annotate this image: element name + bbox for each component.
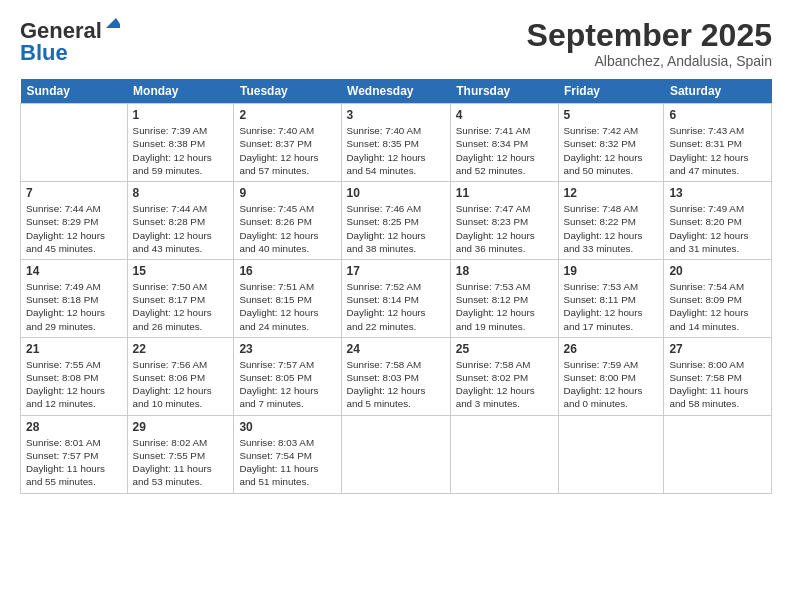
header-saturday: Saturday: [664, 79, 772, 104]
day-number: 21: [26, 342, 122, 356]
calendar-cell: 4Sunrise: 7:41 AM Sunset: 8:34 PM Daylig…: [450, 104, 558, 182]
day-number: 30: [239, 420, 335, 434]
calendar-cell: 3Sunrise: 7:40 AM Sunset: 8:35 PM Daylig…: [341, 104, 450, 182]
header-thursday: Thursday: [450, 79, 558, 104]
calendar-cell: 10Sunrise: 7:46 AM Sunset: 8:25 PM Dayli…: [341, 182, 450, 260]
day-number: 18: [456, 264, 553, 278]
day-info: Sunrise: 7:48 AM Sunset: 8:22 PM Dayligh…: [564, 202, 659, 255]
page-container: General Blue September 2025 Albanchez, A…: [0, 0, 792, 504]
day-info: Sunrise: 8:01 AM Sunset: 7:57 PM Dayligh…: [26, 436, 122, 489]
day-number: 4: [456, 108, 553, 122]
calendar-cell: [558, 415, 664, 493]
day-info: Sunrise: 7:49 AM Sunset: 8:18 PM Dayligh…: [26, 280, 122, 333]
day-number: 20: [669, 264, 766, 278]
calendar-cell: 25Sunrise: 7:58 AM Sunset: 8:02 PM Dayli…: [450, 337, 558, 415]
day-info: Sunrise: 7:55 AM Sunset: 8:08 PM Dayligh…: [26, 358, 122, 411]
day-number: 11: [456, 186, 553, 200]
day-info: Sunrise: 7:59 AM Sunset: 8:00 PM Dayligh…: [564, 358, 659, 411]
calendar-cell: 13Sunrise: 7:49 AM Sunset: 8:20 PM Dayli…: [664, 182, 772, 260]
calendar-cell: 21Sunrise: 7:55 AM Sunset: 8:08 PM Dayli…: [21, 337, 128, 415]
day-number: 25: [456, 342, 553, 356]
week-row-1: 7Sunrise: 7:44 AM Sunset: 8:29 PM Daylig…: [21, 182, 772, 260]
day-info: Sunrise: 8:02 AM Sunset: 7:55 PM Dayligh…: [133, 436, 229, 489]
week-row-2: 14Sunrise: 7:49 AM Sunset: 8:18 PM Dayli…: [21, 259, 772, 337]
day-number: 6: [669, 108, 766, 122]
calendar-cell: 12Sunrise: 7:48 AM Sunset: 8:22 PM Dayli…: [558, 182, 664, 260]
calendar-cell: 26Sunrise: 7:59 AM Sunset: 8:00 PM Dayli…: [558, 337, 664, 415]
day-info: Sunrise: 7:50 AM Sunset: 8:17 PM Dayligh…: [133, 280, 229, 333]
calendar-cell: 28Sunrise: 8:01 AM Sunset: 7:57 PM Dayli…: [21, 415, 128, 493]
day-info: Sunrise: 7:45 AM Sunset: 8:26 PM Dayligh…: [239, 202, 335, 255]
calendar-cell: 30Sunrise: 8:03 AM Sunset: 7:54 PM Dayli…: [234, 415, 341, 493]
calendar-cell: 24Sunrise: 7:58 AM Sunset: 8:03 PM Dayli…: [341, 337, 450, 415]
svg-marker-0: [106, 18, 120, 28]
calendar-table: Sunday Monday Tuesday Wednesday Thursday…: [20, 79, 772, 493]
day-info: Sunrise: 7:40 AM Sunset: 8:35 PM Dayligh…: [347, 124, 445, 177]
day-number: 9: [239, 186, 335, 200]
calendar-cell: 6Sunrise: 7:43 AM Sunset: 8:31 PM Daylig…: [664, 104, 772, 182]
day-info: Sunrise: 7:44 AM Sunset: 8:29 PM Dayligh…: [26, 202, 122, 255]
day-info: Sunrise: 7:58 AM Sunset: 8:03 PM Dayligh…: [347, 358, 445, 411]
calendar-cell: 29Sunrise: 8:02 AM Sunset: 7:55 PM Dayli…: [127, 415, 234, 493]
day-info: Sunrise: 7:47 AM Sunset: 8:23 PM Dayligh…: [456, 202, 553, 255]
calendar-cell: [664, 415, 772, 493]
calendar-cell: 19Sunrise: 7:53 AM Sunset: 8:11 PM Dayli…: [558, 259, 664, 337]
header: General Blue September 2025 Albanchez, A…: [20, 18, 772, 69]
logo-icon: [102, 14, 120, 32]
header-tuesday: Tuesday: [234, 79, 341, 104]
calendar-cell: 18Sunrise: 7:53 AM Sunset: 8:12 PM Dayli…: [450, 259, 558, 337]
day-number: 29: [133, 420, 229, 434]
day-info: Sunrise: 7:41 AM Sunset: 8:34 PM Dayligh…: [456, 124, 553, 177]
day-info: Sunrise: 7:56 AM Sunset: 8:06 PM Dayligh…: [133, 358, 229, 411]
day-number: 7: [26, 186, 122, 200]
week-row-3: 21Sunrise: 7:55 AM Sunset: 8:08 PM Dayli…: [21, 337, 772, 415]
logo: General Blue: [20, 18, 102, 66]
header-monday: Monday: [127, 79, 234, 104]
calendar-cell: 23Sunrise: 7:57 AM Sunset: 8:05 PM Dayli…: [234, 337, 341, 415]
day-number: 22: [133, 342, 229, 356]
calendar-cell: [450, 415, 558, 493]
day-number: 10: [347, 186, 445, 200]
week-row-4: 28Sunrise: 8:01 AM Sunset: 7:57 PM Dayli…: [21, 415, 772, 493]
header-friday: Friday: [558, 79, 664, 104]
day-number: 17: [347, 264, 445, 278]
day-info: Sunrise: 7:46 AM Sunset: 8:25 PM Dayligh…: [347, 202, 445, 255]
calendar-cell: 11Sunrise: 7:47 AM Sunset: 8:23 PM Dayli…: [450, 182, 558, 260]
calendar-cell: 5Sunrise: 7:42 AM Sunset: 8:32 PM Daylig…: [558, 104, 664, 182]
day-info: Sunrise: 7:53 AM Sunset: 8:11 PM Dayligh…: [564, 280, 659, 333]
calendar-cell: 22Sunrise: 7:56 AM Sunset: 8:06 PM Dayli…: [127, 337, 234, 415]
calendar-cell: [21, 104, 128, 182]
day-info: Sunrise: 7:39 AM Sunset: 8:38 PM Dayligh…: [133, 124, 229, 177]
day-number: 16: [239, 264, 335, 278]
day-number: 14: [26, 264, 122, 278]
day-info: Sunrise: 7:44 AM Sunset: 8:28 PM Dayligh…: [133, 202, 229, 255]
calendar-cell: 15Sunrise: 7:50 AM Sunset: 8:17 PM Dayli…: [127, 259, 234, 337]
header-wednesday: Wednesday: [341, 79, 450, 104]
calendar-body: 1Sunrise: 7:39 AM Sunset: 8:38 PM Daylig…: [21, 104, 772, 493]
logo-general: General: [20, 18, 102, 43]
day-number: 27: [669, 342, 766, 356]
weekday-header-row: Sunday Monday Tuesday Wednesday Thursday…: [21, 79, 772, 104]
week-row-0: 1Sunrise: 7:39 AM Sunset: 8:38 PM Daylig…: [21, 104, 772, 182]
day-number: 26: [564, 342, 659, 356]
day-info: Sunrise: 7:53 AM Sunset: 8:12 PM Dayligh…: [456, 280, 553, 333]
calendar-cell: 8Sunrise: 7:44 AM Sunset: 8:28 PM Daylig…: [127, 182, 234, 260]
day-number: 15: [133, 264, 229, 278]
day-number: 1: [133, 108, 229, 122]
day-info: Sunrise: 7:40 AM Sunset: 8:37 PM Dayligh…: [239, 124, 335, 177]
day-number: 24: [347, 342, 445, 356]
calendar-cell: 20Sunrise: 7:54 AM Sunset: 8:09 PM Dayli…: [664, 259, 772, 337]
calendar-cell: [341, 415, 450, 493]
month-title: September 2025: [527, 18, 772, 53]
header-sunday: Sunday: [21, 79, 128, 104]
calendar-cell: 1Sunrise: 7:39 AM Sunset: 8:38 PM Daylig…: [127, 104, 234, 182]
day-number: 28: [26, 420, 122, 434]
day-number: 19: [564, 264, 659, 278]
location-subtitle: Albanchez, Andalusia, Spain: [527, 53, 772, 69]
calendar-cell: 17Sunrise: 7:52 AM Sunset: 8:14 PM Dayli…: [341, 259, 450, 337]
calendar-cell: 9Sunrise: 7:45 AM Sunset: 8:26 PM Daylig…: [234, 182, 341, 260]
day-number: 12: [564, 186, 659, 200]
day-number: 3: [347, 108, 445, 122]
day-number: 5: [564, 108, 659, 122]
day-info: Sunrise: 8:00 AM Sunset: 7:58 PM Dayligh…: [669, 358, 766, 411]
